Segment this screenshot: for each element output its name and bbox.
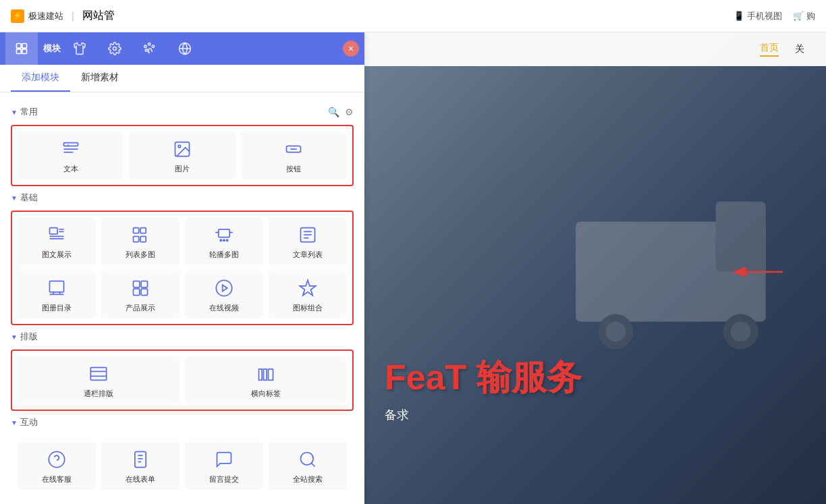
search-module-icon: [297, 449, 319, 470]
module-article-list[interactable]: 文章列表: [269, 217, 347, 265]
module-product[interactable]: 产品展示: [101, 271, 180, 318]
module-image[interactable]: 图片: [129, 132, 235, 179]
layout-module-grid: 通栏排版 横向标签: [11, 349, 354, 411]
red-arrow-indicator: [729, 262, 790, 282]
panel-content: ▼ 常用 🔍 ⚙ T 文本: [0, 92, 364, 504]
svg-rect-11: [63, 143, 78, 146]
svg-point-44: [216, 280, 231, 296]
module-button[interactable]: 按钮: [241, 132, 347, 179]
module-album-label: 图册目录: [42, 303, 72, 313]
module-site-search-label: 全站搜索: [293, 474, 323, 484]
section-layout-title: ▼ 排版: [11, 331, 354, 343]
subtab-new-material[interactable]: 新增素材: [70, 65, 130, 92]
svg-rect-51: [135, 451, 146, 467]
service-icon: [46, 449, 67, 470]
topbar-logo[interactable]: ⚡ 极速建站: [11, 9, 63, 23]
section-layout-label: ▼ 排版: [11, 331, 38, 343]
svg-point-62: [606, 322, 626, 342]
module-album[interactable]: 图册目录: [18, 271, 96, 318]
svg-rect-1: [22, 44, 27, 49]
module-comment-label: 留言提交: [209, 474, 239, 484]
website-preview: 首页 关 FeaT 输服务 备求: [364, 32, 826, 504]
svg-rect-41: [141, 281, 147, 287]
module-tab[interactable]: 横向标签: [185, 356, 347, 404]
form-icon: [130, 449, 151, 470]
module-image-text-label: 图文展示: [42, 250, 72, 260]
module-panel: 模块: [0, 32, 364, 504]
section-interactive-arrow: ▼: [11, 419, 18, 426]
svg-rect-28: [219, 229, 229, 237]
icon-combo-icon: [297, 277, 319, 299]
svg-marker-45: [223, 285, 227, 291]
section-layout-text: 排版: [20, 331, 38, 343]
module-icon-combo[interactable]: 图标组合: [269, 271, 347, 318]
panel-tab-settings[interactable]: [99, 32, 131, 65]
module-online-service[interactable]: 在线客服: [18, 442, 96, 490]
module-comment[interactable]: 留言提交: [185, 442, 263, 490]
article-icon: [297, 224, 319, 246]
search-icon[interactable]: 🔍: [328, 107, 339, 117]
module-video-label: 在线视频: [209, 303, 239, 313]
panel-tab-shirt[interactable]: [63, 32, 96, 65]
full-layout-icon: [88, 363, 109, 385]
interactive-module-grid: 在线客服 在线表单 留言提交: [11, 435, 354, 497]
close-icon: ×: [348, 43, 354, 54]
topbar-right: 📱 手机视图 🛒 购: [734, 10, 815, 22]
svg-point-6: [152, 45, 154, 47]
svg-rect-60: [716, 202, 766, 272]
logo-text: 极速建站: [28, 10, 63, 22]
album-icon: [46, 277, 67, 299]
svg-rect-25: [134, 236, 139, 242]
module-button-label: 按钮: [286, 164, 301, 174]
svg-rect-3: [22, 49, 27, 54]
svg-point-31: [220, 240, 221, 241]
section-common-title: ▼ 常用 🔍 ⚙: [11, 106, 354, 118]
topbar-separator: |: [72, 10, 74, 22]
svg-rect-42: [134, 289, 140, 295]
section-interactive-title: ▼ 互动: [11, 416, 354, 428]
mobile-view-label: 手机视图: [747, 10, 782, 22]
module-site-search[interactable]: 全站搜索: [269, 442, 347, 490]
module-image-label: 图片: [175, 164, 190, 174]
svg-point-16: [178, 145, 181, 148]
svg-point-55: [301, 453, 314, 466]
svg-line-56: [311, 463, 314, 466]
tab-icon: [255, 363, 277, 385]
button-icon: [283, 138, 304, 160]
purchase-button[interactable]: 🛒 购: [793, 10, 815, 22]
nav-about[interactable]: 关: [795, 43, 804, 55]
module-online-service-label: 在线客服: [42, 474, 72, 484]
section-interactive-text: 互动: [20, 416, 38, 428]
panel-tab-paw[interactable]: [134, 32, 166, 65]
panel-header: 模块: [0, 32, 364, 65]
svg-point-30: [227, 240, 228, 241]
section-common-icons: 🔍 ⚙: [328, 107, 354, 117]
svg-point-64: [731, 322, 751, 342]
subtab-add-module[interactable]: 添加模块: [11, 65, 70, 92]
mobile-icon: 📱: [734, 11, 744, 21]
svg-point-7: [144, 45, 146, 47]
module-online-form[interactable]: 在线表单: [101, 442, 180, 490]
svg-rect-27: [140, 236, 146, 242]
module-video[interactable]: 在线视频: [185, 271, 263, 318]
module-list-image[interactable]: 列表多图: [101, 217, 180, 265]
mobile-view-button[interactable]: 📱 手机视图: [734, 10, 782, 22]
panel-tab-modules[interactable]: [5, 32, 38, 65]
cart-icon: 🛒: [793, 11, 804, 21]
svg-rect-36: [50, 281, 64, 292]
section-common-text: 常用: [20, 106, 38, 118]
module-text[interactable]: T 文本: [18, 132, 123, 179]
image-text-icon: [46, 224, 67, 246]
module-image-text[interactable]: 图文展示: [18, 217, 96, 265]
module-full-layout-label: 通栏排版: [84, 389, 113, 399]
module-carousel[interactable]: 轮播多图: [185, 217, 263, 265]
topbar: ⚡ 极速建站 | 网站管 📱 手机视图 🛒 购: [0, 0, 826, 32]
svg-point-5: [148, 43, 150, 45]
panel-close-button[interactable]: ×: [343, 40, 359, 57]
module-full-layout[interactable]: 通栏排版: [18, 356, 180, 404]
settings-icon[interactable]: ⚙: [345, 107, 354, 117]
nav-home[interactable]: 首页: [760, 42, 779, 57]
purchase-label: 购: [806, 10, 815, 22]
main-area: 模块: [0, 32, 826, 504]
panel-tab-globe[interactable]: [169, 32, 201, 65]
